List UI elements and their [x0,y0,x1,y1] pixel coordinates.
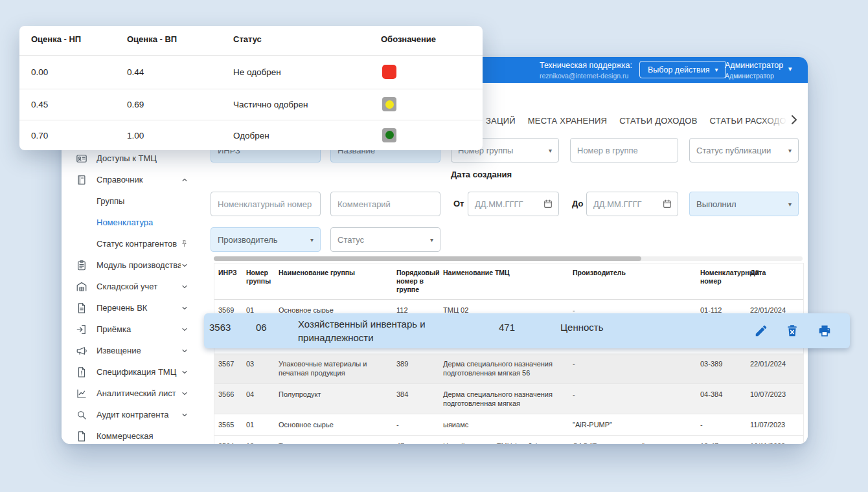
table-row[interactable]: 3564 13 Тара 47 Новый элемент ТМЦ (колба… [214,436,803,444]
nomenclature-number-input[interactable] [211,192,321,216]
sidebar-item-label: Аудит контрагента [97,410,181,419]
sidebar-item-commercial[interactable]: Коммерческая [62,425,199,444]
action-select-button[interactable]: Выбор действия ▾ [639,61,726,78]
executor-label: Выполнил [696,199,737,209]
cell-group: 01 [242,414,275,435]
sidebar-item-nomenclature[interactable]: Номенклатура [62,212,199,233]
legend-header-mark: Обозначение [381,34,436,44]
sidebar-item-analytical-sheet[interactable]: Аналитический лист [62,383,199,404]
number-in-group-input[interactable] [570,138,678,162]
selected-inrz: 3563 [209,322,231,333]
sidebar-item-counterparty-status[interactable]: Статус контрагентов [62,233,199,254]
green-status-indicator [382,128,396,142]
sidebar-item-groups[interactable]: Группы [62,190,199,212]
table-row[interactable]: 3566 04 Полупродукт 384 Дерма специально… [214,384,803,414]
column-header: Дата [746,263,803,299]
chevron-down-icon: ▾ [714,66,718,73]
cell-group: 04 [242,384,275,414]
table-horizontal-scrollbar-thumb[interactable] [214,256,641,261]
tabs-next-arrow-icon[interactable] [791,115,797,125]
cell-nom-number: 03-389 [696,353,746,383]
sidebar-item-label: Номенклатура [97,218,188,227]
cell-group-name: Тара [275,436,393,444]
cell-group-name: Основное сырье [275,414,393,435]
nomenclature-table: ИНРЗ Номер группы Наименование группы По… [214,263,804,444]
tab-storage-places[interactable]: МЕСТА ХРАНЕНИЯ [528,116,607,126]
status-label: Статус [337,235,364,245]
clipboard-icon [76,260,87,271]
cell-manufacturer: ОАО "Башмедстекло" [569,436,696,444]
manufacturer-select[interactable]: Производитель ▾ [211,227,321,252]
tab-organizations-partial[interactable]: ЗАЦИЙ [486,116,516,126]
cell-inrz: 3566 [214,384,242,414]
table-row[interactable]: 3567 03 Упаковочные материалы и печатная… [214,353,803,384]
legend-header-np: Оценка - НП [31,34,81,44]
legend-header-row: Оценка - НП Оценка - ВП Статус Обозначен… [19,26,483,56]
sidebar: Доступы к ТМЦ Справочник Группы Номенкла… [62,129,199,444]
sidebar-item-intake[interactable]: Приёмка [62,319,199,340]
cell-inrz: 3567 [214,353,242,383]
yellow-dot [385,100,394,109]
legend-np-value: 0.00 [31,67,48,77]
cell-date: 11/07/2023 [746,414,803,435]
cell-date: 10/07/2023 [746,384,803,414]
date-from-label: От [453,199,464,208]
date-to-input[interactable]: ДД.ММ.ГГГГ [586,192,678,216]
sidebar-item-counterparty-audit[interactable]: Аудит контрагента [62,404,199,425]
date-from-input[interactable]: ДД.ММ.ГГГГ [468,192,559,216]
column-header: Производитель [569,263,696,299]
legend-status-value: Одобрен [233,130,269,140]
table-row[interactable]: 3565 01 Основное сырье - ыяиамс "AiR-PUM… [214,414,803,436]
chevron-down-icon [181,304,188,312]
sidebar-item-vk-list[interactable]: Перечень ВК [62,297,199,319]
sidebar-item-production-module[interactable]: Модуль производства [62,254,199,276]
sidebar-item-directory[interactable]: Справочник [62,169,199,190]
cell-nom-number: - [696,414,746,435]
legend-vp-value: 1.00 [127,130,144,140]
chevron-down-icon: ▾ [788,201,792,208]
support-label: Техническая поддержка: [540,61,632,70]
legend-status-value: Не одобрен [233,67,281,77]
chevron-down-icon: ▾ [549,147,552,154]
sidebar-item-notification[interactable]: Извещение [62,340,199,361]
column-header: Номер группы [242,263,275,299]
selected-table-row[interactable]: 3563 06 Хозяйственный инвентарь и принад… [204,313,850,348]
user-block[interactable]: Администратор Администратор [725,60,783,80]
status-select[interactable]: Статус ▾ [330,227,440,252]
warehouse-icon [76,281,87,293]
calendar-icon[interactable] [543,199,553,209]
comment-input[interactable] [330,192,440,216]
sidebar-item-warehouse-accounting[interactable]: Складской учет [62,276,199,297]
cell-name: Новый элемент ТМЦ (колба) [439,436,569,444]
chevron-down-icon [181,262,188,269]
table-header-row: ИНРЗ Номер группы Наименование группы По… [214,263,803,300]
spec-icon [76,366,87,378]
sidebar-item-tmc-specification[interactable]: Спецификация ТМЦ [62,361,199,383]
sidebar-item-tmc-access[interactable]: Доступы к ТМЦ [62,148,199,169]
edit-icon[interactable] [754,324,768,338]
delete-icon[interactable] [785,324,799,338]
sidebar-item-label: Перечень ВК [97,303,181,313]
chevron-down-icon [181,347,188,355]
cell-seq: - [393,414,439,435]
legend-row: 0.45 0.69 Частично одобрен [19,89,483,120]
user-role: Администратор [725,71,783,80]
date-to-label: До [572,199,583,208]
sidebar-item-label: Извещение [97,346,181,355]
executor-select[interactable]: Выполнил ▾ [689,192,799,216]
cell-name: Дерма специального назначения подготовле… [439,353,569,383]
pin-icon[interactable] [180,240,188,248]
chevron-down-icon [181,411,188,419]
cell-date: 22/01/2024 [746,353,803,383]
print-icon[interactable] [817,324,832,338]
cell-nom-number: 04-384 [696,384,746,414]
calendar-icon[interactable] [662,199,672,209]
date-to-placeholder: ДД.ММ.ГГГГ [593,199,642,209]
publication-status-select[interactable]: Статус публикации ▾ [689,138,799,162]
cell-seq: 384 [393,384,439,414]
action-select-label: Выбор действия [648,65,709,74]
support-email[interactable]: reznikova@internet-design.ru [540,71,632,80]
tab-income-items[interactable]: СТАТЬИ ДОХОДОВ [619,116,697,126]
chart-icon [76,388,87,399]
chevron-down-icon[interactable]: ▾ [788,65,792,73]
